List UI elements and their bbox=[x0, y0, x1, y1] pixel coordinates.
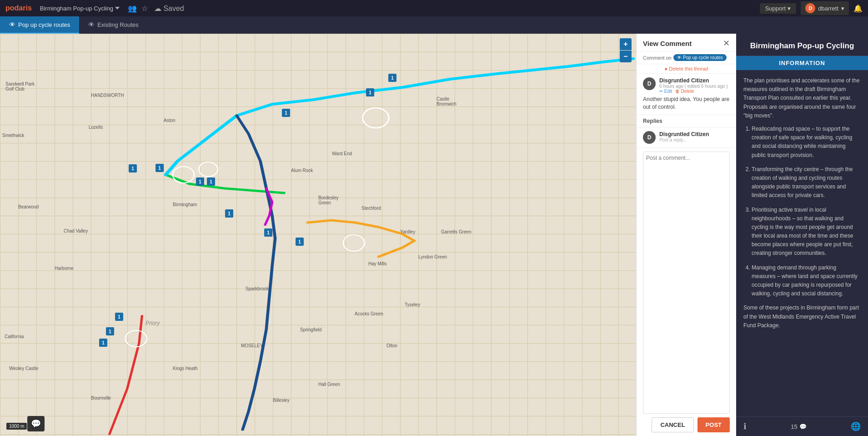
chevron-down-icon: ▾ bbox=[788, 5, 791, 12]
location-kings-heath: Kings Heath bbox=[173, 366, 197, 371]
location-lozells: Lozells bbox=[89, 125, 103, 130]
map-zoom-controls: + − bbox=[620, 38, 632, 62]
info-point-2: Transforming the city centre – through t… bbox=[752, 165, 861, 200]
marker-3[interactable]: 1 bbox=[282, 109, 290, 117]
zoom-in-button[interactable]: + bbox=[620, 38, 632, 50]
marker-12[interactable]: 1 bbox=[106, 327, 114, 335]
comment-textarea[interactable] bbox=[643, 152, 730, 414]
cancel-comment-button[interactable]: CANCEL bbox=[652, 417, 693, 432]
marker-9[interactable]: 1 bbox=[264, 228, 272, 237]
edit-comment-link[interactable]: ✏ Edit bbox=[659, 89, 672, 94]
location-birmingham: Birmingham bbox=[173, 202, 197, 207]
location-hay-mills: Hay Mills bbox=[368, 261, 387, 266]
location-moseley-lower: MOSELEY bbox=[241, 343, 263, 348]
globe-icon-button[interactable]: 🌐 bbox=[851, 421, 861, 431]
location-weoley: Weoley Castle bbox=[9, 366, 38, 371]
reply-meta: Disgruntled Citizen Post a reply... bbox=[659, 131, 730, 142]
location-aston: Aston bbox=[164, 118, 176, 123]
location-bournville: Bournville bbox=[91, 395, 111, 401]
support-button[interactable]: Support ▾ bbox=[760, 3, 797, 14]
location-garretts: Garretts Green bbox=[441, 229, 472, 234]
marker-5[interactable]: 1 bbox=[156, 164, 164, 172]
marker-10[interactable]: 1 bbox=[296, 238, 304, 246]
scale-label: 1000 m bbox=[6, 423, 27, 430]
info-panel: Birmingham Pop-up Cycling INFORMATION Th… bbox=[736, 34, 868, 436]
tab-popup-cycle-routes[interactable]: 👁 Pop up cycle routes bbox=[0, 16, 79, 34]
location-ward-end: Ward End bbox=[332, 151, 352, 156]
app-logo: podaris bbox=[5, 4, 32, 12]
top-nav: podaris Birmingham Pop-up Cycling 👥 ☆ ☁ … bbox=[0, 0, 868, 16]
comment-panel-header: View Comment ✕ bbox=[637, 34, 736, 51]
marker-8[interactable]: 1 bbox=[225, 209, 233, 218]
replies-header: Replies bbox=[637, 115, 736, 127]
info-section-header: INFORMATION bbox=[736, 56, 868, 70]
info-icon-button[interactable]: ℹ bbox=[743, 421, 747, 431]
saved-badge: ☁ Saved bbox=[154, 4, 184, 13]
reply-username: Disgruntled Citizen bbox=[659, 131, 730, 137]
tab-existing-routes[interactable]: 👁 Existing Routes bbox=[79, 16, 147, 34]
location-sandwell: Sandwell ParkGolf Club bbox=[5, 81, 35, 91]
info-intro: The plan prioritises and accelerates som… bbox=[743, 76, 861, 120]
priory-label: Priory bbox=[146, 320, 160, 326]
location-tyseley: Tyseley bbox=[405, 302, 420, 307]
info-points-list: Reallocating road space – to support the… bbox=[743, 125, 861, 298]
location-chad-valley: Chad Valley bbox=[64, 228, 88, 233]
project-name-dropdown[interactable]: Birmingham Pop-up Cycling bbox=[40, 5, 120, 12]
close-comment-panel-button[interactable]: ✕ bbox=[723, 39, 730, 47]
location-alum-rock: Alum Rock bbox=[291, 168, 313, 173]
main-content: 1 1 1 1 1 1 1 1 1 1 1 1 bbox=[0, 34, 868, 436]
marker-1[interactable]: 1 bbox=[388, 74, 396, 82]
commenter-avatar: D bbox=[643, 77, 656, 90]
eye-icon-badge: 👁 bbox=[677, 55, 682, 60]
main-comment-item: D Disgruntled Citizen 6 hours ago ( edit… bbox=[637, 74, 736, 115]
nav-icons: 👥 ☆ ☁ Saved bbox=[128, 4, 184, 13]
comment-on-row: Comment on 👁 Pop up cycle routes bbox=[637, 51, 736, 64]
info-point-4: Managing demand through parking measures… bbox=[752, 264, 861, 299]
location-smethwick: Smethwick bbox=[2, 133, 24, 138]
marker-6[interactable]: 1 bbox=[196, 177, 204, 186]
user-menu-button[interactable]: D dbarrett ▾ bbox=[801, 1, 849, 15]
location-yardley: Yardley bbox=[400, 229, 415, 234]
comment-meta: Disgruntled Citizen 6 hours ago ( edited… bbox=[659, 77, 730, 94]
info-outro: Some of these projects in Birmingham for… bbox=[743, 304, 861, 330]
comment-input-area: CANCEL POST bbox=[637, 148, 736, 436]
location-bordesley: BordesleyGreen bbox=[318, 195, 338, 205]
cloud-icon: ☁ bbox=[154, 5, 161, 12]
reply-placeholder-text: Post a reply... bbox=[659, 137, 730, 142]
info-footer: ℹ 15 💬 🌐 bbox=[736, 416, 868, 436]
map-container[interactable]: 1 1 1 1 1 1 1 1 1 1 1 1 bbox=[0, 34, 636, 436]
delete-thread-link[interactable]: ● Delete this thread bbox=[637, 64, 736, 74]
info-body: The plan prioritises and accelerates som… bbox=[736, 70, 868, 341]
delete-comment-link[interactable]: 🗑 Delete bbox=[675, 89, 694, 94]
location-bearwood: Bearwood bbox=[18, 204, 39, 209]
user-avatar: D bbox=[805, 3, 815, 13]
comment-time: 6 hours ago ( edited 6 hours ago ) bbox=[659, 84, 730, 89]
chat-bubble-button[interactable]: 💬 bbox=[27, 416, 45, 431]
nav-right: Support ▾ D dbarrett ▾ 🔔 bbox=[760, 1, 863, 15]
location-stechford: Stechford bbox=[361, 206, 381, 211]
marker-11[interactable]: 1 bbox=[115, 313, 123, 321]
location-billesley: Billesley bbox=[273, 398, 290, 403]
post-comment-button[interactable]: POST bbox=[697, 417, 730, 432]
comment-panel: View Comment ✕ Comment on 👁 Pop up cycle… bbox=[636, 34, 736, 436]
location-olton: Olton bbox=[386, 343, 397, 348]
location-sparkbrook: Sparkbrook bbox=[246, 286, 269, 291]
marker-13[interactable]: 1 bbox=[99, 339, 107, 347]
location-springfield: Springfield bbox=[300, 327, 321, 332]
info-point-1: Reallocating road space – to support the… bbox=[752, 125, 861, 160]
marker-2[interactable]: 1 bbox=[366, 88, 374, 96]
location-handsworth: HANDSWORTH bbox=[91, 93, 124, 98]
zoom-out-button[interactable]: − bbox=[620, 51, 632, 62]
star-icon[interactable]: ☆ bbox=[141, 4, 148, 13]
notification-bell-icon[interactable]: 🔔 bbox=[853, 4, 863, 13]
comment-count-icon: 💬 bbox=[799, 423, 807, 430]
comment-user-row: D Disgruntled Citizen 6 hours ago ( edit… bbox=[643, 77, 730, 94]
people-icon[interactable]: 👥 bbox=[128, 4, 137, 13]
comment-panel-title: View Comment bbox=[643, 40, 692, 47]
marker-4[interactable]: 1 bbox=[129, 164, 137, 172]
marker-7[interactable]: 1 bbox=[207, 177, 215, 186]
commenter-username: Disgruntled Citizen bbox=[659, 77, 730, 84]
tab-bar: 👁 Pop up cycle routes 👁 Existing Routes bbox=[0, 16, 868, 34]
info-panel-title: Birmingham Pop-up Cycling bbox=[736, 34, 868, 56]
comment-text: Another stupid idea. You people are out … bbox=[643, 96, 730, 111]
